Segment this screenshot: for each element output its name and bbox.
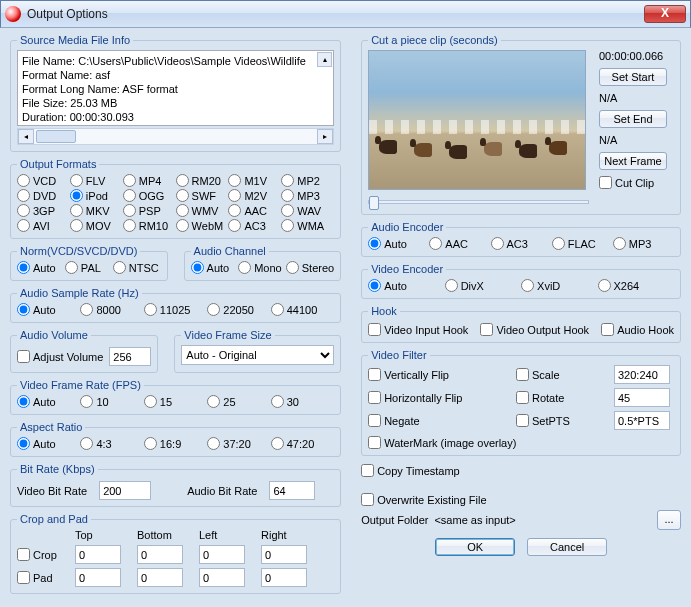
norm-option[interactable]: PAL (65, 261, 113, 274)
format-option[interactable]: RM10 (123, 219, 176, 232)
filter-input[interactable] (614, 388, 670, 407)
pad-check[interactable]: Pad (17, 571, 69, 584)
samplerate-option[interactable]: 22050 (207, 303, 270, 316)
scroll-right-icon[interactable]: ▸ (317, 129, 333, 144)
crop-top-input[interactable] (75, 545, 121, 564)
norm-option[interactable]: Auto (17, 261, 65, 274)
filter-check[interactable]: SetPTS (516, 414, 606, 427)
adjust-volume-check[interactable]: Adjust Volume (17, 350, 103, 363)
samplerate-option[interactable]: 11025 (144, 303, 207, 316)
framerate-option[interactable]: 15 (144, 395, 207, 408)
hscrollbar[interactable]: ◂ ▸ (17, 128, 334, 145)
audio-bitrate-input[interactable] (269, 481, 315, 500)
crop-bottom-input[interactable] (137, 545, 183, 564)
aspect-option[interactable]: Auto (17, 437, 80, 450)
audioenc-option[interactable]: Auto (368, 237, 429, 250)
format-option[interactable]: WMA (281, 219, 334, 232)
filter-input[interactable] (614, 411, 670, 430)
videoenc-option[interactable]: XviD (521, 279, 597, 292)
samplerate-option[interactable]: 8000 (80, 303, 143, 316)
format-option[interactable]: SWF (176, 189, 229, 202)
format-option[interactable]: RM20 (176, 174, 229, 187)
format-option[interactable]: OGG (123, 189, 176, 202)
crop-check[interactable]: Crop (17, 548, 69, 561)
audiochannel-option[interactable]: Auto (191, 261, 239, 274)
videoenc-option[interactable]: X264 (598, 279, 674, 292)
filter-check[interactable]: Negate (368, 414, 508, 427)
pad-top-input[interactable] (75, 568, 121, 587)
audiochannel-option[interactable]: Mono (238, 261, 286, 274)
framerate-option[interactable]: 30 (271, 395, 334, 408)
videoenc-option[interactable]: DivX (445, 279, 521, 292)
overwrite-check[interactable]: Overwrite Existing File (361, 493, 681, 506)
cut-clip-check[interactable]: Cut Clip (599, 176, 674, 189)
format-option[interactable]: AC3 (228, 219, 281, 232)
scroll-left-icon[interactable]: ◂ (18, 129, 34, 144)
samplerate-option[interactable]: Auto (17, 303, 80, 316)
hook-check[interactable]: Audio Hook (601, 323, 674, 336)
format-option[interactable]: PSP (123, 204, 176, 217)
framerate-option[interactable]: Auto (17, 395, 80, 408)
set-end-button[interactable]: Set End (599, 110, 667, 128)
format-option[interactable]: DVD (17, 189, 70, 202)
format-option[interactable]: M1V (228, 174, 281, 187)
format-option[interactable]: WAV (281, 204, 334, 217)
copy-timestamp-check[interactable]: Copy Timestamp (361, 464, 681, 477)
audioenc-option[interactable]: MP3 (613, 237, 674, 250)
format-label: MKV (86, 205, 110, 217)
pad-left-input[interactable] (199, 568, 245, 587)
cancel-button[interactable]: Cancel (527, 538, 607, 556)
format-option[interactable]: MP3 (281, 189, 334, 202)
format-option[interactable]: MP2 (281, 174, 334, 187)
next-frame-button[interactable]: Next Frame (599, 152, 667, 170)
norm-option[interactable]: NTSC (113, 261, 161, 274)
format-option[interactable]: VCD (17, 174, 70, 187)
filter-check[interactable]: Scale (516, 368, 606, 381)
aspect-option[interactable]: 16:9 (144, 437, 207, 450)
format-option[interactable]: AVI (17, 219, 70, 232)
format-option[interactable]: iPod (70, 189, 123, 202)
filter-check[interactable]: Vertically Flip (368, 368, 508, 381)
audiochannel-option[interactable]: Stereo (286, 261, 334, 274)
format-option[interactable]: M2V (228, 189, 281, 202)
hook-check[interactable]: Video Input Hook (368, 323, 468, 336)
samplerate-option[interactable]: 44100 (271, 303, 334, 316)
set-start-button[interactable]: Set Start (599, 68, 667, 86)
filter-input[interactable] (614, 365, 670, 384)
videoenc-option[interactable]: Auto (368, 279, 444, 292)
ok-button[interactable]: OK (435, 538, 515, 556)
framerate-option[interactable]: 10 (80, 395, 143, 408)
filter-check[interactable]: Horizontally Flip (368, 391, 508, 404)
framerate-option[interactable]: 25 (207, 395, 270, 408)
format-option[interactable]: AAC (228, 204, 281, 217)
crop-right-input[interactable] (261, 545, 307, 564)
format-option[interactable]: WMV (176, 204, 229, 217)
format-option[interactable]: FLV (70, 174, 123, 187)
crop-left-input[interactable] (199, 545, 245, 564)
scroll-up-icon[interactable]: ▴ (317, 52, 332, 67)
browse-folder-button[interactable]: ... (657, 510, 681, 530)
audioenc-option[interactable]: FLAC (552, 237, 613, 250)
filter-check[interactable]: Rotate (516, 391, 606, 404)
audioenc-option[interactable]: AAC (429, 237, 490, 250)
format-option[interactable]: WebM (176, 219, 229, 232)
close-button[interactable]: X (644, 5, 686, 23)
watermark-check[interactable]: WaterMark (image overlay) (368, 436, 674, 449)
hook-check[interactable]: Video Output Hook (480, 323, 589, 336)
format-option[interactable]: 3GP (17, 204, 70, 217)
aspect-option[interactable]: 37:20 (207, 437, 270, 450)
format-option[interactable]: MP4 (123, 174, 176, 187)
format-option[interactable]: MOV (70, 219, 123, 232)
pad-bottom-input[interactable] (137, 568, 183, 587)
aspect-option[interactable]: 47:20 (271, 437, 334, 450)
scrollbar-thumb[interactable] (36, 130, 76, 143)
audioenc-option[interactable]: AC3 (491, 237, 552, 250)
adjust-volume-input[interactable] (109, 347, 151, 366)
aspect-option[interactable]: 4:3 (80, 437, 143, 450)
format-option[interactable]: MKV (70, 204, 123, 217)
video-frame-size-select[interactable]: Auto - Original (181, 345, 334, 365)
video-bitrate-input[interactable] (99, 481, 151, 500)
preview-slider[interactable] (368, 200, 589, 204)
pad-right-input[interactable] (261, 568, 307, 587)
slider-knob[interactable] (369, 196, 379, 210)
